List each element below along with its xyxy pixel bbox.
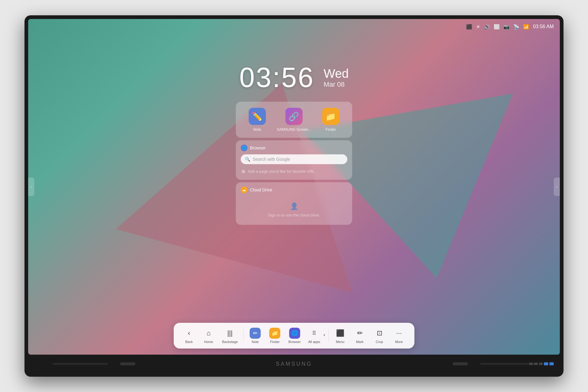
app-finder[interactable]: 📁 Finder: [322, 108, 339, 132]
backstage-label: Backstage: [222, 340, 238, 344]
app-samsung-screen[interactable]: 🔗 SAMSUNG Screen...: [277, 108, 311, 132]
home-label: Home: [204, 340, 213, 344]
wifi-icon: 📶: [523, 24, 529, 30]
cloud-drive-widget: ☁ Cloud Drive 👤 Sign in to use the cloud…: [236, 182, 352, 225]
tv-ports: [529, 362, 554, 365]
finder-taskbar-label: Finder: [270, 340, 280, 344]
mark-icon: ✏: [354, 328, 365, 339]
samsung-screen-label: SAMSUNG Screen...: [277, 127, 311, 132]
menu-label: Menu: [336, 340, 345, 344]
tv-speaker-right: [480, 363, 535, 365]
brightness-icon: ☀: [476, 24, 480, 30]
tv-frame: ⬛ ☀ 🔊 ⬜ 📷 📡 📶 03:56 AM 03:56 Wed Mar 08 …: [24, 15, 564, 377]
crop-label: Crop: [376, 340, 383, 344]
tv-port-usb-1: [544, 362, 548, 365]
tv-button-right: [453, 362, 468, 365]
cloud-widget-icon: ☁: [241, 187, 247, 193]
status-bar: ⬛ ☀ 🔊 ⬜ 📷 📡 📶 03:56 AM: [28, 19, 560, 34]
mark-label: Mark: [356, 340, 364, 344]
taskbar-mark[interactable]: ✏ Mark: [351, 326, 369, 345]
note-taskbar-label: Note: [252, 340, 259, 344]
taskbar-finder[interactable]: 📁 Finder: [266, 326, 284, 345]
tv-port-1: [529, 363, 533, 365]
app-shortcuts-widget: ✏️ Note 🔗 SAMSUNG Screen... 📁 Finder: [236, 102, 352, 138]
browser-widget-header: 🌐 Browser: [241, 145, 347, 151]
search-placeholder: Search with Google: [253, 157, 343, 162]
note-app-label: Note: [253, 127, 261, 132]
all-apps-dropdown-icon[interactable]: ▼: [323, 334, 326, 337]
volume-icon: 🔊: [484, 24, 490, 30]
screenshot-icon: ⬜: [494, 24, 500, 30]
note-taskbar-icon: ✏: [250, 328, 261, 339]
home-icon: ⌂: [203, 328, 214, 339]
backstage-icon: |||: [224, 328, 236, 339]
right-arrow-icon: ›: [556, 185, 557, 189]
suggestion-text: Add a page you'd like for favorite URL: [248, 169, 315, 174]
search-icon: 🔍: [245, 157, 250, 162]
tv-port-3: [539, 363, 543, 365]
taskbar-all-apps[interactable]: ⠿ All apps: [305, 326, 323, 345]
cloud-person-icon: 👤: [290, 202, 298, 210]
taskbar-home[interactable]: ⌂ Home: [199, 326, 218, 345]
tv-screen: ⬛ ☀ 🔊 ⬜ 📷 📡 📶 03:56 AM 03:56 Wed Mar 08 …: [28, 19, 560, 355]
taskbar-browser[interactable]: 🌐 Browser: [285, 326, 304, 345]
status-time: 03:56 AM: [533, 24, 554, 29]
browser-search-bar[interactable]: 🔍 Search with Google: [241, 154, 347, 164]
all-apps-icon: ⠿: [309, 328, 320, 339]
tv-bezel-bottom: SAMSUNG: [28, 355, 560, 373]
finder-taskbar-icon: 📁: [270, 328, 281, 339]
tv-brand: SAMSUNG: [276, 361, 312, 367]
browser-widget-icon: 🌐: [241, 145, 247, 151]
clock-area: 03:56 Wed Mar 08: [239, 62, 349, 93]
taskbar-divider-2: [328, 330, 329, 342]
finder-app-label: Finder: [326, 127, 336, 132]
suggestion-plus-icon: ⊕: [241, 168, 245, 174]
browser-widget-title: Browser: [250, 145, 266, 150]
camera-icon: 📷: [503, 24, 510, 30]
clock-date: Mar 08: [324, 81, 345, 89]
finder-app-icon: 📁: [322, 108, 339, 125]
browser-suggestion: ⊕ Add a page you'd like for favorite URL: [241, 167, 347, 175]
screen-mirror-icon: ⬛: [466, 24, 472, 30]
clock-time: 03:56: [239, 62, 315, 93]
side-handle-left[interactable]: ‹: [28, 178, 34, 196]
taskbar-divider-1: [243, 330, 244, 342]
cloud-widget-header: ☁ Cloud Drive: [241, 187, 347, 193]
all-apps-label: All apps: [308, 340, 320, 344]
left-arrow-icon: ‹: [31, 185, 32, 189]
more-icon: ···: [394, 328, 405, 339]
tv-port-usb-2: [549, 362, 554, 365]
taskbar-more[interactable]: ··· More: [390, 326, 408, 345]
back-label: Back: [185, 340, 193, 344]
taskbar-note[interactable]: ✏ Note: [246, 326, 265, 345]
clock-day: Wed: [324, 67, 349, 81]
clock-date-area: Wed Mar 08: [324, 67, 349, 89]
cloud-sign-in-text: Sign in to use the cloud drive.: [268, 213, 320, 217]
tv-button-left: [120, 362, 135, 365]
cloud-widget-title: Cloud Drive: [250, 187, 272, 192]
browser-taskbar-icon: 🌐: [289, 328, 300, 339]
more-label: More: [395, 340, 403, 344]
taskbar-crop[interactable]: ⊡ Crop: [370, 326, 389, 345]
tv-port-2: [534, 363, 538, 365]
taskbar-backstage[interactable]: ||| Backstage: [219, 326, 241, 345]
app-note[interactable]: ✏️ Note: [249, 108, 266, 132]
samsung-screen-icon: 🔗: [285, 108, 303, 125]
crop-icon: ⊡: [374, 328, 385, 339]
side-handle-right[interactable]: ›: [554, 178, 560, 196]
note-app-icon: ✏️: [249, 108, 266, 125]
taskbar-menu[interactable]: ⬛ Menu: [331, 326, 349, 345]
back-icon: ‹: [183, 328, 194, 339]
cast-icon: 📡: [513, 24, 519, 30]
taskbar-back[interactable]: ‹ Back: [180, 326, 198, 345]
widgets-area: ✏️ Note 🔗 SAMSUNG Screen... 📁 Finder 🌐 B…: [236, 102, 352, 225]
menu-icon: ⬛: [335, 328, 346, 339]
browser-taskbar-label: Browser: [288, 340, 301, 344]
taskbar: ‹ Back ⌂ Home ||| Backstage ✏ Note 📁 Fin…: [174, 323, 414, 349]
browser-widget: 🌐 Browser 🔍 Search with Google ⊕ Add a p…: [236, 140, 352, 180]
cloud-sign-in-area: 👤 Sign in to use the cloud drive.: [241, 196, 347, 221]
tv-speaker-left: [53, 363, 108, 365]
